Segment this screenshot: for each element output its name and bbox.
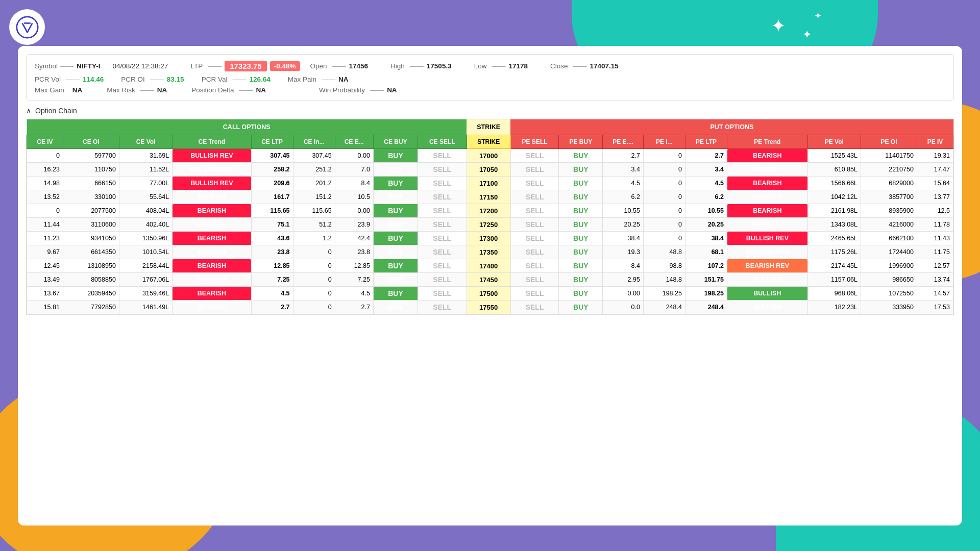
pe-buy-button[interactable]: BUY: [559, 232, 603, 245]
ce-sell-button[interactable]: SELL: [418, 300, 467, 314]
ce-buy-button[interactable]: BUY: [373, 259, 418, 273]
table-row[interactable]: 15.81 7792850 1461.49L BEARISH 2.7 0 2.7…: [27, 300, 953, 314]
pe-buy-button[interactable]: BUY: [559, 177, 603, 190]
pe-sell-button[interactable]: SELL: [510, 232, 559, 245]
app-logo[interactable]: [9, 9, 45, 45]
table-row[interactable]: 16.23 110750 11.52L BULLISH REV 258.2 25…: [27, 163, 953, 177]
pe-sell-button[interactable]: SELL: [510, 190, 559, 204]
ce-sell-button[interactable]: SELL: [418, 232, 467, 245]
table-row[interactable]: 13.67 20359450 3159.46L BEARISH 4.5 0 4.…: [27, 287, 953, 300]
table-row[interactable]: 9.67 6614350 1010.54L BEARISH 23.8 0 23.…: [27, 245, 953, 259]
pe-sell-button[interactable]: SELL: [510, 300, 559, 314]
ce-sell-button[interactable]: SELL: [418, 245, 467, 259]
ce-buy-button[interactable]: BUY: [373, 287, 418, 300]
ce-buy-button[interactable]: BUY: [373, 245, 418, 259]
table-row[interactable]: 14.98 666150 77.00L BULLISH REV 209.6 20…: [27, 177, 953, 190]
table-row[interactable]: 0 597700 31.69L BULLISH REV 307.45 307.4…: [27, 149, 953, 163]
option-chain-table-wrapper[interactable]: CALL OPTIONS STRIKE PUT OPTIONS CE IV CE…: [26, 119, 954, 315]
pe-buy-button[interactable]: BUY: [559, 259, 603, 273]
ce-iv: 13.67: [27, 287, 63, 300]
ce-sell-button[interactable]: SELL: [418, 149, 467, 163]
col-pe-ltp: PE LTP: [685, 135, 727, 149]
pe-trend: BEARISH REV: [727, 259, 808, 273]
ce-buy-button[interactable]: BUY: [373, 177, 418, 190]
ce-buy-button[interactable]: BUY: [373, 218, 418, 232]
ce-vol: 55.64L: [119, 190, 172, 204]
ce-sell-button[interactable]: SELL: [418, 163, 467, 177]
ce-ltp: 23.8: [251, 245, 293, 259]
max-risk-label: Max Risk: [107, 86, 135, 94]
pe-buy-button[interactable]: BUY: [559, 190, 603, 204]
strike-value: 17200: [467, 204, 510, 218]
ce-trend: BEARISH: [173, 218, 251, 232]
low-sep: ——: [492, 62, 505, 70]
ce-sell-button[interactable]: SELL: [418, 218, 467, 232]
pe-buy-button[interactable]: BUY: [559, 204, 603, 218]
ce-buy-button[interactable]: BUY: [373, 273, 418, 287]
ce-e: 10.5: [335, 190, 373, 204]
ce-sell-button[interactable]: SELL: [418, 273, 467, 287]
pe-vol: 182.23L: [807, 300, 861, 314]
ce-e: 42.4: [335, 232, 373, 245]
table-row[interactable]: 11.44 3110600 402.40L BEARISH 75.1 51.2 …: [27, 218, 953, 232]
table-row[interactable]: 13.52 330100 55.64L BEARISH 161.7 151.2 …: [27, 190, 953, 204]
pe-buy-button[interactable]: BUY: [559, 163, 603, 177]
table-row[interactable]: 13.49 8058850 1767.06L BEARISH 7.25 0 7.…: [27, 273, 953, 287]
pe-oi: 1996900: [861, 259, 917, 273]
table-row[interactable]: 11.23 9341050 1350.96L BEARISH 43.6 1.2 …: [27, 232, 953, 245]
ce-e: 0.00: [335, 149, 373, 163]
ce-sell-button[interactable]: SELL: [418, 204, 467, 218]
market-info-header: Symbol —— NIFTY-I 04/08/22 12:38:27 LTP …: [26, 54, 954, 101]
pe-sell-button[interactable]: SELL: [510, 163, 559, 177]
svg-point-0: [16, 16, 37, 37]
pe-buy-button[interactable]: BUY: [559, 300, 603, 314]
pe-oi: 6662100: [861, 232, 917, 245]
pe-sell-button[interactable]: SELL: [510, 245, 559, 259]
option-chain-label: Option Chain: [35, 107, 77, 115]
ce-ltp: 115.65: [251, 204, 293, 218]
ce-in: 151.2: [293, 190, 335, 204]
win-prob-label: Win Probability: [319, 86, 365, 94]
table-row[interactable]: 0 2077500 408.04L BEARISH 115.65 115.65 …: [27, 204, 953, 218]
pe-sell-button[interactable]: SELL: [510, 259, 559, 273]
ce-buy-button[interactable]: BUY: [373, 204, 418, 218]
table-row[interactable]: 12.45 13108950 2158.44L BEARISH 12.85 0 …: [27, 259, 953, 273]
ce-buy-button[interactable]: BUY: [373, 163, 418, 177]
ce-oi: 13108950: [63, 259, 119, 273]
pe-sell-button[interactable]: SELL: [510, 287, 559, 300]
pe-ltp: 38.4: [685, 232, 727, 245]
pcr-val-label: PCR Val: [202, 76, 228, 83]
pe-sell-button[interactable]: SELL: [510, 273, 559, 287]
ce-buy-button[interactable]: BUY: [373, 300, 418, 314]
pe-buy-button[interactable]: BUY: [559, 273, 603, 287]
pcr-vol-label: PCR Vol: [35, 76, 61, 83]
pe-buy-button[interactable]: BUY: [559, 245, 603, 259]
ce-sell-button[interactable]: SELL: [418, 287, 467, 300]
pe-buy-button[interactable]: BUY: [559, 149, 603, 163]
ce-oi: 9341050: [63, 232, 119, 245]
pe-buy-button[interactable]: BUY: [559, 287, 603, 300]
ce-buy-button[interactable]: BUY: [373, 232, 418, 245]
col-pe-trend: PE Trend: [727, 135, 808, 149]
ce-e: 12.85: [335, 259, 373, 273]
pe-sell-button[interactable]: SELL: [510, 218, 559, 232]
low-value: 17178: [508, 62, 528, 70]
pe-sell-button[interactable]: SELL: [510, 204, 559, 218]
pe-buy-button[interactable]: BUY: [559, 218, 603, 232]
pe-iv: 11.43: [917, 232, 953, 245]
col-pe-i: PE I...: [643, 135, 685, 149]
ce-sell-button[interactable]: SELL: [418, 177, 467, 190]
pe-oi: 3857700: [861, 190, 917, 204]
ce-sell-button[interactable]: SELL: [418, 190, 467, 204]
strike-value: 17450: [467, 273, 510, 287]
pe-sell-button[interactable]: SELL: [510, 177, 559, 190]
pe-ltp: 2.7: [685, 149, 727, 163]
ce-buy-button[interactable]: BUY: [373, 190, 418, 204]
ce-buy-button[interactable]: BUY: [373, 149, 418, 163]
ce-ltp: 258.2: [251, 163, 293, 177]
ce-sell-button[interactable]: SELL: [418, 259, 467, 273]
high-sep: ——: [410, 62, 424, 70]
pe-sell-button[interactable]: SELL: [510, 149, 559, 163]
col-ce-ltp: CE LTP: [251, 135, 293, 149]
pe-iv: 12.5: [917, 204, 953, 218]
